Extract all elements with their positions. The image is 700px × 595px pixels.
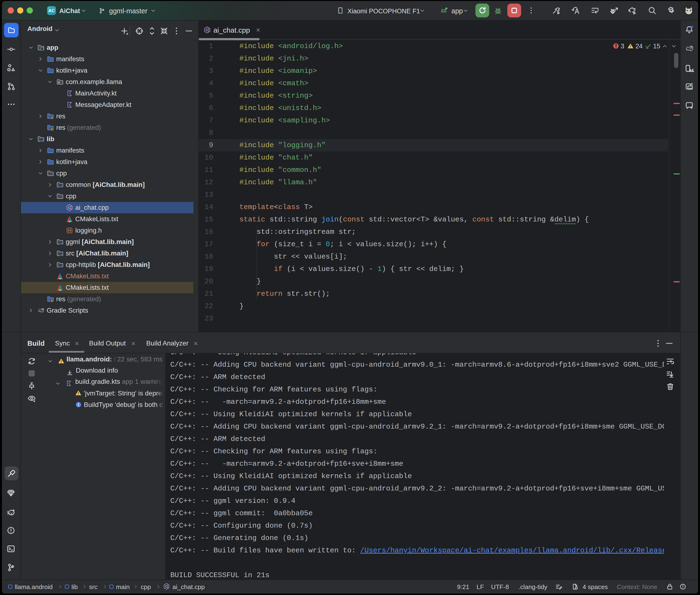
svg-text:C: C [206, 28, 208, 32]
svg-text:C: C [68, 205, 71, 209]
svg-text:C: C [165, 585, 167, 588]
